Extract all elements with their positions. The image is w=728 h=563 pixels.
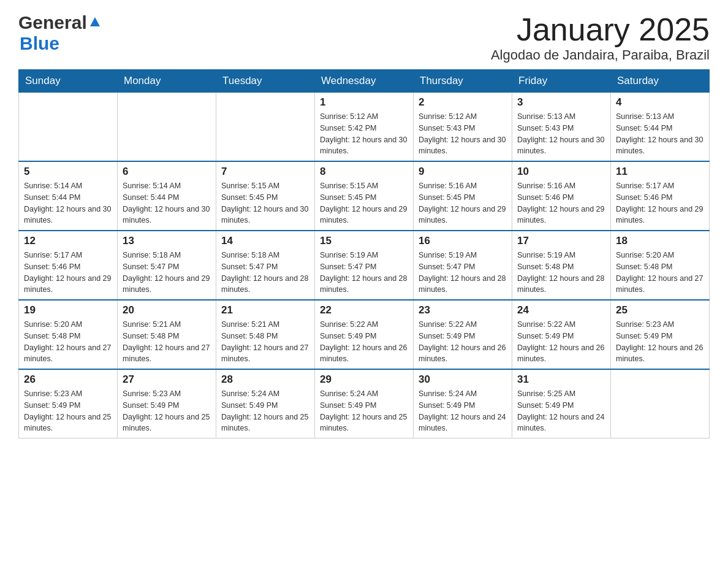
day-info: Sunrise: 5:12 AMSunset: 5:42 PMDaylight:… xyxy=(320,111,408,157)
calendar-week-row-3: 12Sunrise: 5:17 AMSunset: 5:46 PMDayligh… xyxy=(19,231,710,300)
calendar-table: SundayMondayTuesdayWednesdayThursdayFrid… xyxy=(18,69,710,439)
calendar-cell-5-7 xyxy=(611,369,710,439)
calendar-cell-1-7: 4Sunrise: 5:13 AMSunset: 5:44 PMDaylight… xyxy=(611,93,710,162)
page-header: General Blue January 2025 Algodao de Jan… xyxy=(18,12,710,63)
day-number: 5 xyxy=(24,166,112,178)
day-info: Sunrise: 5:24 AMSunset: 5:49 PMDaylight:… xyxy=(320,388,408,434)
day-info: Sunrise: 5:23 AMSunset: 5:49 PMDaylight:… xyxy=(123,388,211,434)
day-info: Sunrise: 5:22 AMSunset: 5:49 PMDaylight:… xyxy=(517,319,605,365)
calendar-cell-1-2 xyxy=(118,93,216,162)
calendar-cell-4-4: 22Sunrise: 5:22 AMSunset: 5:49 PMDayligh… xyxy=(315,300,414,369)
day-number: 3 xyxy=(517,96,605,109)
location-subtitle: Algodao de Jandaira, Paraiba, Brazil xyxy=(491,47,710,63)
logo-blue-text: Blue xyxy=(20,33,59,53)
calendar-cell-3-3: 14Sunrise: 5:18 AMSunset: 5:47 PMDayligh… xyxy=(216,231,315,300)
logo: General Blue xyxy=(18,12,102,54)
calendar-header-row: SundayMondayTuesdayWednesdayThursdayFrid… xyxy=(19,70,710,93)
calendar-cell-5-1: 26Sunrise: 5:23 AMSunset: 5:49 PMDayligh… xyxy=(19,369,118,439)
day-info: Sunrise: 5:21 AMSunset: 5:48 PMDaylight:… xyxy=(123,319,211,365)
calendar-cell-4-2: 20Sunrise: 5:21 AMSunset: 5:48 PMDayligh… xyxy=(118,300,216,369)
day-number: 31 xyxy=(517,373,605,386)
svg-marker-0 xyxy=(90,17,100,26)
day-number: 18 xyxy=(616,235,704,247)
day-info: Sunrise: 5:18 AMSunset: 5:47 PMDaylight:… xyxy=(123,250,211,296)
day-info: Sunrise: 5:15 AMSunset: 5:45 PMDaylight:… xyxy=(320,180,408,226)
logo-general-text: General xyxy=(18,12,87,33)
calendar-cell-2-5: 9Sunrise: 5:16 AMSunset: 5:45 PMDaylight… xyxy=(414,161,512,231)
weekday-header-monday: Monday xyxy=(118,70,216,93)
calendar-cell-5-4: 29Sunrise: 5:24 AMSunset: 5:49 PMDayligh… xyxy=(315,369,414,439)
calendar-cell-4-7: 25Sunrise: 5:23 AMSunset: 5:49 PMDayligh… xyxy=(611,300,710,369)
day-info: Sunrise: 5:21 AMSunset: 5:48 PMDaylight:… xyxy=(221,319,309,365)
day-number: 15 xyxy=(320,235,408,247)
calendar-week-row-5: 26Sunrise: 5:23 AMSunset: 5:49 PMDayligh… xyxy=(19,369,710,439)
calendar-cell-4-6: 24Sunrise: 5:22 AMSunset: 5:49 PMDayligh… xyxy=(512,300,611,369)
day-info: Sunrise: 5:13 AMSunset: 5:43 PMDaylight:… xyxy=(517,111,605,157)
day-info: Sunrise: 5:16 AMSunset: 5:46 PMDaylight:… xyxy=(517,180,605,226)
calendar-cell-1-4: 1Sunrise: 5:12 AMSunset: 5:42 PMDaylight… xyxy=(315,93,414,162)
day-number: 26 xyxy=(24,373,112,386)
day-info: Sunrise: 5:24 AMSunset: 5:49 PMDaylight:… xyxy=(419,388,507,434)
calendar-cell-2-3: 7Sunrise: 5:15 AMSunset: 5:45 PMDaylight… xyxy=(216,161,315,231)
day-number: 23 xyxy=(419,304,507,316)
day-info: Sunrise: 5:15 AMSunset: 5:45 PMDaylight:… xyxy=(221,180,309,226)
day-number: 6 xyxy=(123,166,211,178)
day-info: Sunrise: 5:17 AMSunset: 5:46 PMDaylight:… xyxy=(24,250,112,296)
weekday-header-thursday: Thursday xyxy=(414,70,512,93)
calendar-cell-3-1: 12Sunrise: 5:17 AMSunset: 5:46 PMDayligh… xyxy=(19,231,118,300)
weekday-header-sunday: Sunday xyxy=(19,70,118,93)
calendar-cell-1-3 xyxy=(216,93,315,162)
title-section: January 2025 Algodao de Jandaira, Paraib… xyxy=(491,12,710,63)
day-number: 11 xyxy=(616,166,704,178)
calendar-cell-1-1 xyxy=(19,93,118,162)
day-number: 14 xyxy=(221,235,309,247)
calendar-week-row-2: 5Sunrise: 5:14 AMSunset: 5:44 PMDaylight… xyxy=(19,161,710,231)
logo-triangle-icon xyxy=(88,15,102,29)
weekday-header-friday: Friday xyxy=(512,70,611,93)
day-number: 10 xyxy=(517,166,605,178)
day-number: 8 xyxy=(320,166,408,178)
day-number: 9 xyxy=(419,166,507,178)
day-number: 19 xyxy=(24,304,112,316)
day-info: Sunrise: 5:20 AMSunset: 5:48 PMDaylight:… xyxy=(616,250,704,296)
day-number: 12 xyxy=(24,235,112,247)
calendar-cell-4-3: 21Sunrise: 5:21 AMSunset: 5:48 PMDayligh… xyxy=(216,300,315,369)
calendar-cell-2-4: 8Sunrise: 5:15 AMSunset: 5:45 PMDaylight… xyxy=(315,161,414,231)
calendar-cell-3-5: 16Sunrise: 5:19 AMSunset: 5:47 PMDayligh… xyxy=(414,231,512,300)
weekday-header-wednesday: Wednesday xyxy=(315,70,414,93)
day-info: Sunrise: 5:14 AMSunset: 5:44 PMDaylight:… xyxy=(123,180,211,226)
month-title: January 2025 xyxy=(491,12,710,47)
day-info: Sunrise: 5:25 AMSunset: 5:49 PMDaylight:… xyxy=(517,388,605,434)
day-info: Sunrise: 5:18 AMSunset: 5:47 PMDaylight:… xyxy=(221,250,309,296)
day-number: 22 xyxy=(320,304,408,316)
weekday-header-saturday: Saturday xyxy=(611,70,710,93)
calendar-cell-3-6: 17Sunrise: 5:19 AMSunset: 5:48 PMDayligh… xyxy=(512,231,611,300)
calendar-cell-2-1: 5Sunrise: 5:14 AMSunset: 5:44 PMDaylight… xyxy=(19,161,118,231)
day-number: 1 xyxy=(320,96,408,109)
day-info: Sunrise: 5:19 AMSunset: 5:48 PMDaylight:… xyxy=(517,250,605,296)
day-number: 21 xyxy=(221,304,309,316)
day-info: Sunrise: 5:17 AMSunset: 5:46 PMDaylight:… xyxy=(616,180,704,226)
calendar-cell-2-7: 11Sunrise: 5:17 AMSunset: 5:46 PMDayligh… xyxy=(611,161,710,231)
calendar-cell-4-5: 23Sunrise: 5:22 AMSunset: 5:49 PMDayligh… xyxy=(414,300,512,369)
calendar-cell-2-6: 10Sunrise: 5:16 AMSunset: 5:46 PMDayligh… xyxy=(512,161,611,231)
day-number: 29 xyxy=(320,373,408,386)
day-number: 28 xyxy=(221,373,309,386)
day-info: Sunrise: 5:22 AMSunset: 5:49 PMDaylight:… xyxy=(320,319,408,365)
day-info: Sunrise: 5:12 AMSunset: 5:43 PMDaylight:… xyxy=(419,111,507,157)
weekday-header-tuesday: Tuesday xyxy=(216,70,315,93)
day-number: 13 xyxy=(123,235,211,247)
day-number: 2 xyxy=(419,96,507,109)
day-number: 20 xyxy=(123,304,211,316)
calendar-cell-1-6: 3Sunrise: 5:13 AMSunset: 5:43 PMDaylight… xyxy=(512,93,611,162)
day-info: Sunrise: 5:22 AMSunset: 5:49 PMDaylight:… xyxy=(419,319,507,365)
calendar-cell-3-7: 18Sunrise: 5:20 AMSunset: 5:48 PMDayligh… xyxy=(611,231,710,300)
day-info: Sunrise: 5:23 AMSunset: 5:49 PMDaylight:… xyxy=(24,388,112,434)
calendar-cell-1-5: 2Sunrise: 5:12 AMSunset: 5:43 PMDaylight… xyxy=(414,93,512,162)
calendar-cell-5-3: 28Sunrise: 5:24 AMSunset: 5:49 PMDayligh… xyxy=(216,369,315,439)
day-info: Sunrise: 5:13 AMSunset: 5:44 PMDaylight:… xyxy=(616,111,704,157)
day-info: Sunrise: 5:24 AMSunset: 5:49 PMDaylight:… xyxy=(221,388,309,434)
day-info: Sunrise: 5:20 AMSunset: 5:48 PMDaylight:… xyxy=(24,319,112,365)
day-info: Sunrise: 5:19 AMSunset: 5:47 PMDaylight:… xyxy=(320,250,408,296)
day-number: 4 xyxy=(616,96,704,109)
